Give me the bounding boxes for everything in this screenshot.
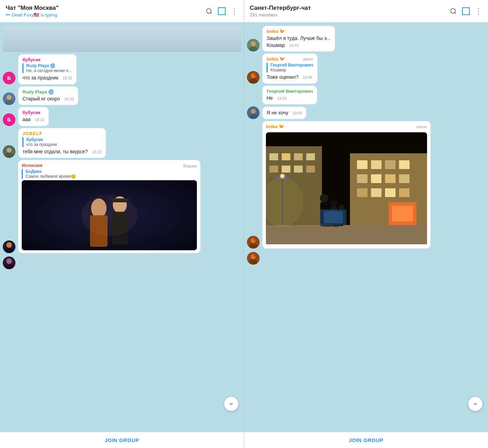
svg-rect-81 — [392, 206, 413, 222]
left-header-icons: ⋮ — [205, 7, 238, 15]
avatar — [247, 71, 260, 84]
svg-rect-61 — [294, 166, 303, 173]
left-panel-footer: JOIN GROUP — [0, 432, 244, 448]
right-layout-icon[interactable] — [462, 7, 470, 15]
left-layout-icon[interactable] — [218, 7, 226, 15]
message-time: 18:32 — [92, 150, 102, 154]
right-more-icon[interactable]: ⋮ — [475, 7, 482, 15]
svg-rect-49 — [357, 188, 367, 197]
message-bubble: JOBELF бубусик что за праздник тебя мне … — [18, 128, 106, 158]
message-bubble: бубусик ааа 18:32 — [18, 107, 49, 126]
avatar — [247, 39, 260, 51]
message-header: belka 🐿 admin — [266, 124, 427, 130]
message-text: Зашёл я туда. Лучше бы э... — [267, 35, 331, 42]
svg-rect-45 — [357, 174, 367, 183]
message-time: 19:45 — [289, 43, 299, 48]
svg-rect-50 — [371, 188, 382, 197]
svg-rect-60 — [282, 166, 290, 173]
quote-author: Rudy Playa 🌀 — [26, 63, 72, 68]
sender-name: бубусик — [22, 110, 44, 115]
avatar: Б — [3, 113, 15, 126]
right-header-icons: ⋮ — [449, 7, 482, 15]
message-time: 18:32 — [35, 118, 44, 122]
right-search-icon[interactable] — [449, 7, 457, 15]
message-bubble: Я не хочу 19:50 — [262, 107, 306, 119]
scroll-to-bottom-button[interactable] — [224, 397, 238, 411]
left-panel-header: Чат "Моя Москва" ••• Dead Foxy🇺🇸 is typi… — [0, 0, 244, 22]
svg-rect-62 — [306, 166, 315, 173]
quote-block: бубусик что за праздник — [22, 137, 102, 147]
message-header: belka 🐿 — [267, 29, 331, 35]
right-panel: Санкт-Петербург-чат 291 members ⋮ — [244, 0, 488, 448]
bottom-avatar-row — [3, 255, 241, 271]
svg-point-3 — [7, 95, 12, 100]
left-top-image-strip — [3, 26, 241, 52]
avatar — [3, 92, 15, 105]
quote-author: бубусик — [26, 137, 102, 142]
svg-rect-48 — [399, 174, 410, 183]
message-text: что за праздник 18:32 — [22, 75, 72, 82]
avatar: Б — [3, 72, 15, 84]
sender-name: Георгий Викторович — [267, 89, 313, 94]
svg-rect-42 — [371, 160, 382, 169]
table-row: Георгий Викторович Не 19:50 — [247, 86, 485, 105]
right-scroll-to-bottom-button[interactable] — [468, 397, 482, 411]
sender-name: belka 🐿 — [266, 124, 283, 129]
svg-rect-43 — [385, 160, 396, 169]
svg-point-6 — [7, 148, 12, 153]
quote-block: Георгий Викторович Кошмар — [267, 63, 313, 72]
member-count: 291 members — [250, 12, 449, 18]
quote-block: БоДжек Самое любимое время😏 — [22, 169, 197, 179]
svg-rect-47 — [385, 174, 396, 183]
avatar — [3, 257, 15, 269]
message-time: 19:50 — [277, 96, 287, 100]
avatar — [3, 145, 15, 158]
svg-rect-59 — [269, 166, 278, 173]
svg-rect-44 — [399, 160, 410, 169]
left-more-icon[interactable]: ⋮ — [231, 7, 238, 15]
svg-point-25 — [251, 41, 256, 46]
sender-name: Иллюзия — [22, 163, 42, 168]
quote-text: Не, я сегодня иички п... — [26, 68, 72, 73]
message-bubble: Георгий Викторович Не 19:50 — [262, 86, 317, 105]
svg-point-22 — [451, 8, 455, 13]
svg-point-32 — [251, 109, 256, 114]
message-time: 18:32 — [64, 97, 74, 101]
join-group-button[interactable]: JOIN GROUP — [6, 437, 238, 443]
svg-point-75 — [330, 200, 337, 207]
message-image — [22, 180, 197, 250]
left-panel: Чат "Моя Москва" ••• Dead Foxy🇺🇸 is typi… — [0, 0, 244, 448]
message-image — [266, 132, 427, 246]
avatar — [3, 240, 15, 253]
message-header: Иллюзия Ведьма — [22, 163, 197, 169]
left-chat-area: Б бубусик Rudy Playa 🌀 Не, я сегодня иич… — [0, 22, 244, 274]
message-bubble: belka 🐿 admin — [262, 121, 431, 248]
svg-rect-83 — [324, 211, 343, 223]
left-header-info: Чат "Моя Москва" ••• Dead Foxy🇺🇸 is typi… — [6, 5, 205, 18]
message-time: 18:32 — [62, 76, 72, 80]
sender-name: Rudy Playa 🌀 — [22, 89, 74, 94]
table-row: Rudy Playa 🌀 Старый нг скоро 18:32 — [3, 86, 241, 105]
quote-author: Георгий Викторович — [270, 63, 313, 68]
table-row: JOBELF бубусик что за праздник тебя мне … — [3, 128, 241, 158]
sender-name: JOBELF — [22, 131, 102, 136]
svg-point-37 — [253, 238, 256, 241]
right-panel-header: Санкт-Петербург-чат 291 members ⋮ — [244, 0, 488, 22]
left-chat-container: Б бубусик Rudy Playa 🌀 Не, я сегодня иич… — [0, 22, 244, 432]
message-text: Не 19:50 — [267, 95, 313, 102]
right-join-group-button[interactable]: JOIN GROUP — [250, 437, 482, 443]
svg-point-30 — [253, 73, 256, 76]
left-search-icon[interactable] — [205, 7, 213, 15]
message-text: Старый нг скоро 18:32 — [22, 96, 74, 103]
svg-point-0 — [207, 8, 211, 13]
svg-rect-51 — [385, 188, 396, 197]
message-text: Я не хочу 19:50 — [267, 110, 302, 117]
table-row: Б бубусик Rudy Playa 🌀 Не, я сегодня иич… — [3, 54, 241, 84]
typing-indicator: ••• Dead Foxy🇺🇸 is typing — [6, 12, 205, 18]
table-row: belka 🐿 admin — [247, 121, 485, 248]
svg-rect-56 — [282, 153, 290, 160]
quote-text: что за праздник — [26, 142, 102, 147]
svg-point-73 — [320, 194, 328, 202]
bottom-avatar-row-right — [247, 251, 485, 266]
message-text: ааа 18:32 — [22, 116, 44, 123]
